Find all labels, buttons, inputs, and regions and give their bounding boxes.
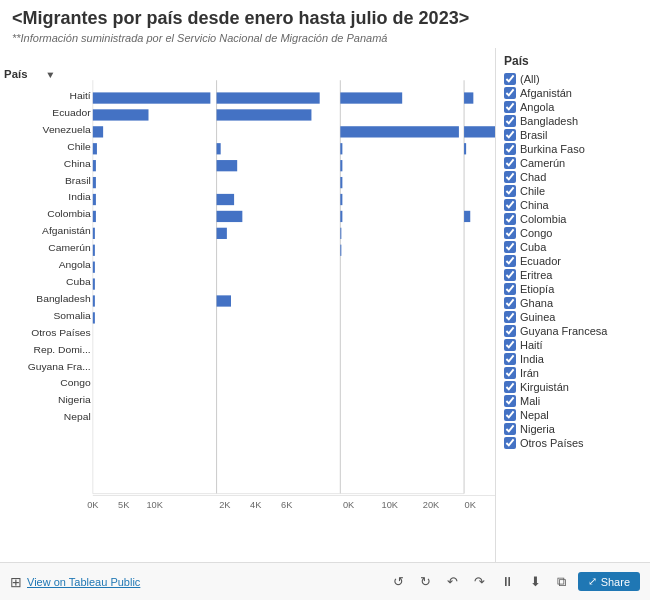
- checkbox-10[interactable]: [504, 213, 516, 225]
- sidebar-item-6: Camerún: [504, 156, 642, 170]
- checkbox-4[interactable]: [504, 129, 516, 141]
- svg-rect-33: [93, 193, 96, 204]
- checkbox-12[interactable]: [504, 241, 516, 253]
- checkbox-label-24: Nepal: [520, 409, 549, 421]
- sidebar-title: País: [504, 54, 642, 68]
- svg-rect-45: [217, 193, 235, 204]
- svg-text:Camerún: Camerún: [48, 242, 90, 252]
- svg-text:2K: 2K: [219, 500, 230, 510]
- sidebar-item-21: Irán: [504, 366, 642, 380]
- checkbox-16[interactable]: [504, 297, 516, 309]
- checkbox-list: (All)AfganistánAngolaBangladeshBrasilBur…: [504, 72, 642, 450]
- svg-rect-48: [217, 295, 231, 306]
- svg-rect-34: [93, 210, 96, 221]
- checkbox-20[interactable]: [504, 353, 516, 365]
- checkbox-9[interactable]: [504, 199, 516, 211]
- download-button[interactable]: ⬇: [526, 572, 545, 591]
- svg-text:Congo: Congo: [60, 378, 91, 388]
- footer: ⊞ View on Tableau Public ↺ ↻ ↶ ↷ ⏸ ⬇ ⧉ ⤢…: [0, 562, 650, 600]
- checkbox-23[interactable]: [504, 395, 516, 407]
- sidebar-item-1: Afganistán: [504, 86, 642, 100]
- svg-text:Otros Países: Otros Países: [31, 327, 91, 337]
- sidebar-item-15: Etiopía: [504, 282, 642, 296]
- checkbox-3[interactable]: [504, 115, 516, 127]
- sidebar-item-3: Bangladesh: [504, 114, 642, 128]
- footer-left: ⊞ View on Tableau Public: [10, 574, 140, 590]
- svg-rect-30: [93, 143, 97, 154]
- redo-button[interactable]: ↻: [416, 572, 435, 591]
- svg-rect-43: [217, 143, 221, 154]
- svg-rect-32: [93, 177, 96, 188]
- checkbox-11[interactable]: [504, 227, 516, 239]
- svg-text:Cuba: Cuba: [66, 276, 91, 286]
- checkbox-label-15: Etiopía: [520, 283, 554, 295]
- main-content: País ▼ Haití Ecuador Venezuela Chile Chi…: [0, 48, 650, 562]
- svg-text:Enero: Enero: [139, 510, 172, 512]
- sidebar-item-26: Otros Países: [504, 436, 642, 450]
- svg-rect-58: [464, 92, 473, 103]
- sidebar-item-22: Kirguistán: [504, 380, 642, 394]
- svg-rect-38: [93, 278, 95, 289]
- checkbox-18[interactable]: [504, 325, 516, 337]
- svg-rect-61: [464, 210, 470, 221]
- forward-button[interactable]: ↷: [470, 572, 489, 591]
- checkbox-13[interactable]: [504, 255, 516, 267]
- pause-button[interactable]: ⏸: [497, 572, 518, 591]
- checkbox-label-3: Bangladesh: [520, 115, 578, 127]
- checkbox-26[interactable]: [504, 437, 516, 449]
- checkbox-15[interactable]: [504, 283, 516, 295]
- svg-text:10K: 10K: [382, 500, 399, 510]
- checkbox-label-19: Haití: [520, 339, 543, 351]
- checkbox-25[interactable]: [504, 423, 516, 435]
- checkbox-21[interactable]: [504, 367, 516, 379]
- checkbox-label-23: Mali: [520, 395, 540, 407]
- tableau-link[interactable]: View on Tableau Public: [27, 576, 140, 588]
- svg-text:0K: 0K: [343, 500, 354, 510]
- checkbox-0[interactable]: [504, 73, 516, 85]
- svg-rect-36: [93, 244, 95, 255]
- checkbox-7[interactable]: [504, 171, 516, 183]
- share-button[interactable]: ⤢ Share: [578, 572, 640, 591]
- sidebar-item-7: Chad: [504, 170, 642, 184]
- checkbox-label-14: Eritrea: [520, 269, 552, 281]
- svg-rect-53: [340, 177, 342, 188]
- chart-area: País ▼ Haití Ecuador Venezuela Chile Chi…: [0, 48, 495, 562]
- svg-text:Nepal: Nepal: [64, 411, 91, 421]
- checkbox-label-20: India: [520, 353, 544, 365]
- checkbox-14[interactable]: [504, 269, 516, 281]
- svg-rect-49: [340, 92, 402, 103]
- svg-text:Rep. Domi...: Rep. Domi...: [33, 344, 90, 354]
- sidebar-item-25: Nigeria: [504, 422, 642, 436]
- checkbox-label-22: Kirguistán: [520, 381, 569, 393]
- checkbox-17[interactable]: [504, 311, 516, 323]
- svg-text:4K: 4K: [250, 500, 261, 510]
- checkbox-6[interactable]: [504, 157, 516, 169]
- sidebar-item-0: (All): [504, 72, 642, 86]
- svg-rect-37: [93, 261, 95, 272]
- checkbox-1[interactable]: [504, 87, 516, 99]
- checkbox-19[interactable]: [504, 339, 516, 351]
- share-icon: ⤢: [588, 575, 597, 588]
- sidebar-item-5: Burkina Faso: [504, 142, 642, 156]
- checkbox-label-4: Brasil: [520, 129, 548, 141]
- checkbox-2[interactable]: [504, 101, 516, 113]
- svg-rect-47: [217, 227, 227, 238]
- checkbox-label-13: Ecuador: [520, 255, 561, 267]
- expand-button[interactable]: ⧉: [553, 572, 570, 592]
- checkbox-8[interactable]: [504, 185, 516, 197]
- svg-rect-59: [464, 126, 495, 137]
- svg-text:Angola: Angola: [59, 259, 92, 269]
- checkbox-22[interactable]: [504, 381, 516, 393]
- page-title: <Migrantes por país desde enero hasta ju…: [12, 8, 638, 30]
- checkbox-label-10: Colombia: [520, 213, 566, 225]
- svg-text:Febrero: Febrero: [252, 510, 295, 512]
- back-button[interactable]: ↶: [443, 572, 462, 591]
- svg-text:India: India: [68, 191, 91, 201]
- subtitle: **Información suministrada por el Servic…: [12, 32, 638, 44]
- svg-text:Venezuela: Venezuela: [43, 124, 92, 134]
- checkbox-label-1: Afganistán: [520, 87, 572, 99]
- checkbox-24[interactable]: [504, 409, 516, 421]
- undo-button[interactable]: ↺: [389, 572, 408, 591]
- svg-rect-50: [340, 126, 459, 137]
- checkbox-5[interactable]: [504, 143, 516, 155]
